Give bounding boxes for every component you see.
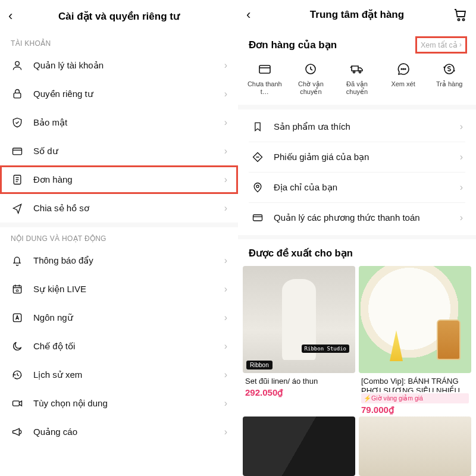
chevron-right-icon: › bbox=[224, 398, 227, 409]
row-label: Sự kiện LIVE bbox=[33, 284, 215, 295]
chevron-right-icon: › bbox=[460, 152, 463, 162]
product-price: 292.050₫ bbox=[243, 387, 355, 398]
location-icon bbox=[251, 181, 264, 194]
row-balance[interactable]: Số dư › bbox=[0, 137, 238, 165]
svg-rect-2 bbox=[13, 148, 22, 155]
cart-icon[interactable] bbox=[453, 8, 468, 22]
row-share-profile[interactable]: Chia sẻ hồ sơ › bbox=[0, 194, 238, 223]
status-awaiting-ship[interactable]: Chờ vận chuyển bbox=[288, 61, 334, 95]
chevron-right-icon: › bbox=[224, 427, 227, 437]
row-label: Sản phẩm ưa thích bbox=[274, 121, 450, 132]
svg-point-8 bbox=[462, 18, 464, 20]
view-all-label: Xem tất cả bbox=[421, 40, 458, 49]
chevron-right-icon: › bbox=[224, 60, 227, 71]
card-icon bbox=[251, 211, 264, 224]
section-label-account: TÀI KHOẢN bbox=[0, 32, 238, 51]
recommended-grid: Ribbon Ribbon Studio Set đũi linen/ áo t… bbox=[238, 266, 476, 415]
row-label: Quản lý tài khoản bbox=[33, 60, 215, 71]
settings-screen: ‹ Cài đặt và quyền riêng tư TÀI KHOẢN Qu… bbox=[0, 0, 238, 476]
row-label: Chế độ tối bbox=[33, 341, 215, 352]
row-ads[interactable]: Quảng cáo › bbox=[0, 418, 238, 446]
product-card[interactable]: [Combo Vip]: BÁNH TRÁNG PHƠI SƯƠNG SIÊU … bbox=[359, 266, 471, 415]
studio-tag: Ribbon Studio bbox=[302, 345, 349, 353]
ticket-icon bbox=[251, 151, 264, 164]
status-label: Trả hàng bbox=[436, 80, 463, 88]
row-content-preferences[interactable]: Tùy chọn nội dung › bbox=[0, 389, 238, 418]
row-push-notifications[interactable]: Thông báo đẩy › bbox=[0, 246, 238, 275]
svg-point-14 bbox=[403, 68, 404, 70]
svg-rect-18 bbox=[253, 215, 262, 221]
row-live-events[interactable]: Sự kiện LIVE › bbox=[0, 275, 238, 303]
status-label: Đã vận chuyển bbox=[338, 80, 376, 95]
recommended-heading: Được đề xuất cho bạn bbox=[238, 239, 476, 266]
product-title: Set đũi linen/ áo thun bbox=[243, 373, 355, 387]
status-review[interactable]: Xem xét bbox=[380, 61, 427, 95]
row-label: Quảng cáo bbox=[33, 427, 215, 437]
wallet-icon bbox=[11, 145, 24, 158]
row-label: Tùy chọn nội dung bbox=[33, 398, 215, 409]
order-list-icon bbox=[11, 173, 24, 186]
chevron-right-icon: › bbox=[224, 369, 227, 380]
chevron-right-icon: › bbox=[459, 40, 462, 49]
chevron-right-icon: › bbox=[224, 117, 227, 128]
svg-point-12 bbox=[359, 71, 361, 73]
row-account-manage[interactable]: Quản lý tài khoản › bbox=[0, 51, 238, 80]
svg-rect-1 bbox=[14, 93, 21, 98]
clock-icon bbox=[303, 61, 318, 77]
row-label: Quản lý các phương thức thanh toán bbox=[274, 212, 450, 223]
moon-icon bbox=[11, 340, 24, 353]
row-watch-history[interactable]: Lịch sử xem › bbox=[0, 361, 238, 389]
product-price: 79.000₫ bbox=[359, 405, 471, 415]
refund-icon bbox=[441, 61, 457, 77]
back-icon[interactable]: ‹ bbox=[246, 7, 250, 23]
order-menu: Sản phẩm ưa thích › Phiếu giảm giá của b… bbox=[238, 109, 476, 235]
calendar-star-icon bbox=[11, 283, 24, 296]
block-separator bbox=[238, 235, 476, 239]
chevron-right-icon: › bbox=[224, 312, 227, 323]
row-privacy[interactable]: Quyền riêng tư › bbox=[0, 80, 238, 108]
shield-icon bbox=[11, 116, 24, 129]
svg-point-13 bbox=[401, 68, 402, 70]
block-separator bbox=[238, 105, 476, 109]
row-label: Bảo mật bbox=[33, 117, 215, 128]
row-label: Lịch sử xem bbox=[33, 369, 215, 380]
language-icon bbox=[11, 311, 24, 324]
svg-point-7 bbox=[458, 18, 459, 20]
status-return[interactable]: Trả hàng bbox=[426, 61, 472, 95]
product-thumbnail: Ribbon Ribbon Studio bbox=[243, 266, 355, 373]
truck-icon bbox=[349, 61, 365, 77]
row-security[interactable]: Bảo mật › bbox=[0, 108, 238, 137]
row-label: Quyền riêng tư bbox=[33, 89, 215, 99]
status-label: Chờ vận chuyển bbox=[292, 80, 330, 95]
row-dark-mode[interactable]: Chế độ tối › bbox=[0, 332, 238, 361]
chevron-right-icon: › bbox=[224, 284, 227, 295]
product-thumbnail[interactable] bbox=[243, 416, 355, 476]
recommended-grid-more bbox=[238, 415, 476, 476]
row-language[interactable]: Ngôn ngữ › bbox=[0, 303, 238, 332]
product-card[interactable]: Ribbon Ribbon Studio Set đũi linen/ áo t… bbox=[243, 266, 355, 415]
back-icon[interactable]: ‹ bbox=[8, 8, 12, 24]
status-unpaid[interactable]: Chưa thanh t… bbox=[242, 61, 288, 95]
row-payment-methods[interactable]: Quản lý các phương thức thanh toán › bbox=[238, 203, 476, 233]
row-orders[interactable]: Đơn hàng › bbox=[0, 165, 238, 194]
product-thumbnail[interactable] bbox=[359, 416, 471, 476]
chat-icon bbox=[396, 61, 411, 77]
chevron-right-icon: › bbox=[224, 255, 227, 266]
view-all-link[interactable]: Xem tất cả › bbox=[417, 38, 465, 52]
flash-sale-badge: ⚡Giờ vàng giảm giá bbox=[361, 393, 469, 403]
row-coupons[interactable]: Phiếu giảm giá của bạn › bbox=[238, 142, 476, 172]
row-label: Địa chỉ của bạn bbox=[274, 182, 450, 193]
orders-section-header: Đơn hàng của bạn Xem tất cả › bbox=[238, 30, 476, 58]
product-thumbnail bbox=[359, 266, 471, 373]
product-title: [Combo Vip]: BÁNH TRÁNG PHƠI SƯƠNG SIÊU … bbox=[359, 373, 471, 392]
share-icon bbox=[11, 202, 24, 215]
row-favorites[interactable]: Sản phẩm ưa thích › bbox=[238, 112, 476, 142]
video-icon bbox=[11, 397, 24, 410]
status-shipped[interactable]: Đã vận chuyển bbox=[334, 61, 380, 95]
row-addresses[interactable]: Địa chỉ của bạn › bbox=[238, 173, 476, 202]
svg-rect-9 bbox=[259, 65, 270, 73]
chevron-right-icon: › bbox=[224, 146, 227, 156]
order-status-row: Chưa thanh t… Chờ vận chuyển Đã vận chuy… bbox=[238, 58, 476, 105]
chevron-right-icon: › bbox=[460, 121, 463, 132]
settings-title: Cài đặt và quyền riêng tư bbox=[0, 10, 238, 23]
